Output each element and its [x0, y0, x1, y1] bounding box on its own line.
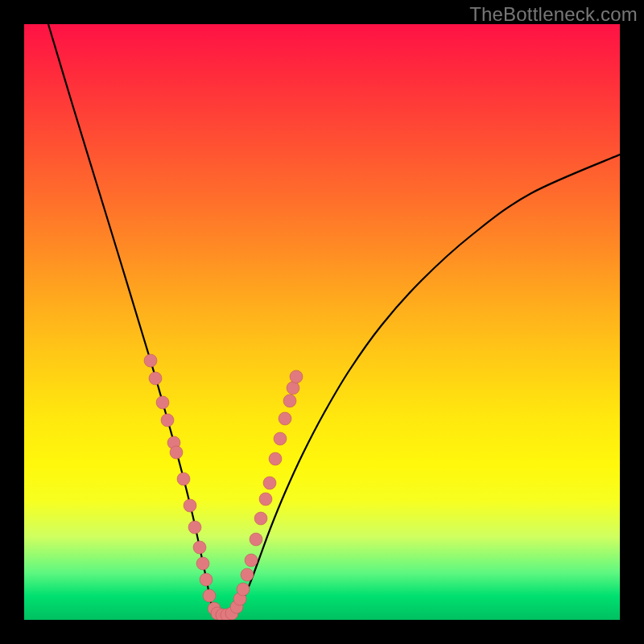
data-point: [184, 499, 196, 512]
data-point: [237, 583, 250, 596]
data-point: [188, 521, 201, 534]
data-point: [274, 432, 287, 445]
data-point: [241, 568, 254, 581]
data-point: [156, 396, 169, 409]
data-point: [283, 394, 296, 407]
curve-markers: [144, 354, 303, 620]
data-point: [149, 372, 162, 385]
bottleneck-curve: [48, 24, 620, 616]
data-point: [245, 554, 258, 567]
data-point: [203, 589, 216, 602]
data-point: [290, 370, 303, 383]
data-point: [254, 512, 267, 525]
data-point: [144, 354, 157, 367]
chart-frame: TheBottleneck.com: [0, 0, 644, 644]
data-point: [193, 541, 206, 554]
data-point: [196, 557, 209, 570]
data-point: [279, 412, 291, 425]
data-point: [170, 446, 183, 459]
data-point: [263, 477, 276, 489]
watermark-text: TheBottleneck.com: [469, 3, 638, 26]
data-point: [287, 382, 299, 394]
data-point: [259, 493, 272, 506]
data-point: [200, 573, 213, 586]
data-point: [177, 473, 190, 485]
chart-svg: [24, 24, 620, 620]
data-point: [250, 533, 262, 546]
data-point: [161, 414, 174, 427]
data-point: [269, 452, 282, 465]
